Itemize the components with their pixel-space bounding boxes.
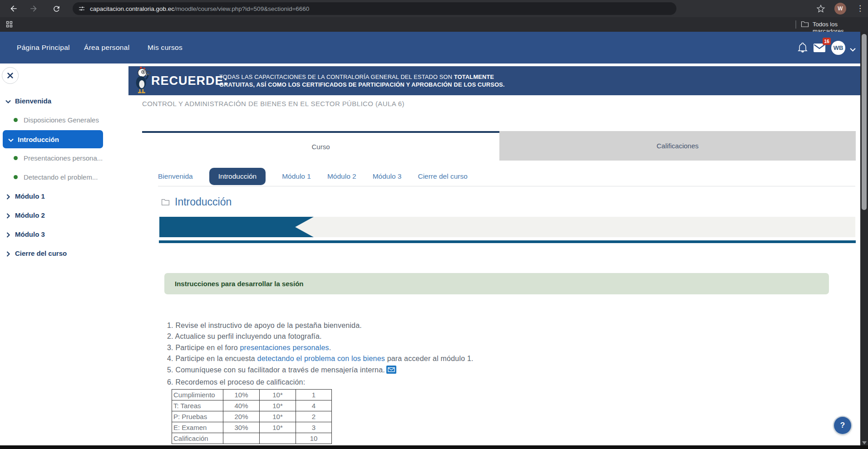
completion-dot-icon: [14, 118, 18, 122]
tab-calificaciones[interactable]: Calificaciones: [499, 131, 856, 161]
sidebar-item-modulo-3[interactable]: Módulo 3: [0, 228, 128, 240]
sidebar-item-modulo-1[interactable]: Módulo 1: [0, 190, 128, 202]
ribbon-banner-shape: [159, 217, 314, 237]
user-avatar[interactable]: WB: [831, 41, 845, 55]
table-row: T: Tareas 40% 10* 4: [172, 400, 332, 411]
bookmarks-divider: [795, 20, 796, 29]
table-row: Calificación 10: [172, 433, 332, 444]
banner-message: TODAS LAS CAPACITACIONES DE LA CONTRALOR…: [219, 73, 505, 88]
sidebar-item-modulo-2[interactable]: Módulo 2: [0, 209, 128, 221]
back-icon[interactable]: [8, 3, 19, 14]
mail-icon[interactable]: [386, 366, 396, 377]
site-settings-icon[interactable]: [78, 5, 85, 12]
instructions-title: Instrucciones para desarrollar la sesión: [164, 273, 829, 294]
section-heading-text: Introducción: [175, 196, 232, 208]
table-row: E: Examen 30% 10* 3: [172, 422, 332, 433]
ribbon-strip: [159, 217, 855, 237]
sidebar-item-detectando-el-problema[interactable]: Detectando el problem...: [0, 171, 128, 183]
bookmark-star-icon[interactable]: [815, 3, 826, 14]
list-item: 1. Revise el instructivo de apoyo de la …: [167, 320, 473, 331]
user-menu-chevron-icon[interactable]: [850, 45, 856, 54]
forum-link[interactable]: presentaciones personales: [240, 344, 329, 351]
bookmarks-bar: Todos los marcadores: [0, 17, 868, 32]
list-item: 5. Comuníquese con su facilitador a trav…: [167, 365, 473, 377]
course-index-sidebar: Bienvenida Disposiciones Generales Intro…: [0, 63, 128, 445]
table-row: P: Pruebas 20% 10* 2: [172, 411, 332, 422]
sidebar-item-presentaciones-personales[interactable]: Presentaciones persona...: [0, 152, 128, 164]
section-heading: Introducción: [161, 196, 232, 208]
section-divider-bar: [159, 240, 856, 243]
banner-lead-text: RECUERDE:: [151, 66, 228, 95]
screenshot-frame: capacitacion.contraloria.gob.ec/moodle/c…: [0, 0, 868, 449]
close-sidebar-button[interactable]: [2, 67, 19, 84]
course-view-tabs: Curso Calificaciones: [142, 131, 856, 161]
url-domain: capacitacion.contraloria.gob.ec: [90, 5, 174, 12]
instructions-list: 1. Revise el instructivo de apoyo de la …: [167, 320, 473, 388]
completion-dot-icon: [14, 175, 18, 179]
chevron-down-icon: [8, 137, 14, 142]
notifications-bell-icon[interactable]: [797, 42, 808, 55]
scroll-down-arrow-icon[interactable]: [862, 441, 867, 444]
subtab-modulo-2[interactable]: Módulo 2: [327, 172, 356, 181]
course-title: CONTROL Y ADMINISTRACIÓN DE BIENES EN EL…: [142, 100, 404, 107]
subtab-modulo-3[interactable]: Módulo 3: [373, 172, 402, 181]
list-item: 2. Actualice su perfil incluyendo una fo…: [167, 331, 473, 342]
nav-mis-cursos[interactable]: Mis cursos: [148, 32, 182, 63]
apps-grid-icon[interactable]: [5, 20, 13, 30]
scrollbar-thumb[interactable]: [862, 34, 867, 210]
url-text: capacitacion.contraloria.gob.ec/moodle/c…: [90, 5, 309, 12]
list-item: 6. Recordemos el proceso de calificación…: [167, 377, 473, 388]
url-bar[interactable]: capacitacion.contraloria.gob.ec/moodle/c…: [73, 2, 676, 15]
list-item: 4. Participe en la encuesta detectando e…: [167, 353, 473, 364]
site-navbar: Página Principal Área personal Mis curso…: [0, 32, 860, 63]
grading-table: Cumplimiento 10% 10* 1 T: Tareas 40% 10*…: [172, 389, 332, 444]
reload-icon[interactable]: [51, 3, 62, 14]
subtab-cierre-del-curso[interactable]: Cierre del curso: [418, 172, 467, 181]
reminder-banner: RECUERDE: TODAS LAS CAPACITACIONES DE LA…: [128, 66, 860, 95]
mascot-bird-icon: [133, 65, 152, 98]
chevron-right-icon: [5, 250, 11, 256]
subtab-modulo-1[interactable]: Módulo 1: [282, 172, 311, 181]
instructions-box: Instrucciones para desarrollar la sesión: [164, 273, 829, 294]
message-count-badge: 16: [823, 38, 831, 45]
folder-icon: [161, 198, 170, 206]
messages-envelope-icon[interactable]: [814, 44, 825, 54]
list-item: 3. Participe en el foro presentaciones p…: [167, 342, 473, 353]
chevron-right-icon: [5, 231, 11, 237]
sidebar-item-disposiciones-generales[interactable]: Disposiciones Generales: [0, 114, 128, 126]
page-scrollbar[interactable]: [860, 32, 868, 449]
chevron-right-icon: [5, 212, 11, 218]
subtab-bienvenida[interactable]: Bienvenida: [158, 172, 193, 181]
bookmarks-folder-icon[interactable]: [801, 20, 809, 29]
section-tabs: Bienvenida Introducción Módulo 1 Módulo …: [158, 167, 468, 186]
browser-menu-icon[interactable]: ⋮: [856, 3, 864, 14]
table-row: Cumplimiento 10% 10* 1: [172, 390, 332, 400]
completion-dot-icon: [14, 156, 18, 160]
sidebar-item-bienvenida[interactable]: Bienvenida: [0, 95, 128, 107]
sidebar-item-introduccion[interactable]: Introducción: [3, 130, 103, 148]
forward-icon[interactable]: [28, 3, 39, 14]
browser-profile-avatar[interactable]: W: [834, 3, 846, 15]
survey-link[interactable]: detectando el problema con los bienes: [257, 355, 385, 362]
browser-toolbar: capacitacion.contraloria.gob.ec/moodle/c…: [0, 0, 868, 17]
bottom-edge-bar: [0, 445, 868, 449]
nav-area-personal[interactable]: Área personal: [84, 32, 129, 63]
url-path: /moodle/course/view.php?id=509&sectionid…: [174, 5, 309, 12]
sidebar-item-cierre-del-curso[interactable]: Cierre del curso: [0, 247, 128, 259]
subtab-introduccion[interactable]: Introducción: [209, 168, 266, 185]
tab-curso[interactable]: Curso: [142, 131, 499, 161]
course-main-area: RECUERDE: TODAS LAS CAPACITACIONES DE LA…: [128, 63, 860, 445]
chevron-right-icon: [5, 193, 11, 199]
subtabs-divider: [158, 186, 855, 186]
help-button[interactable]: ?: [834, 417, 851, 434]
chevron-down-icon: [5, 98, 11, 103]
nav-pagina-principal[interactable]: Página Principal: [17, 32, 70, 63]
